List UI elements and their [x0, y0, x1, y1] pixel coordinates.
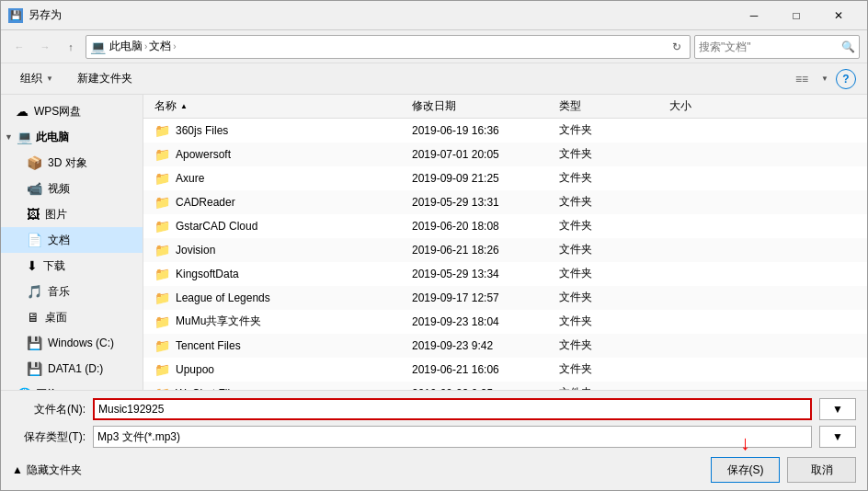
table-row[interactable]: 📁 Jovision 2019-06-21 18:26 文件夹	[143, 238, 867, 262]
new-folder-button[interactable]: 新建文件夹	[69, 67, 141, 91]
view-button[interactable]: ≡≡	[790, 67, 814, 91]
file-type: 文件夹	[555, 146, 666, 162]
search-button[interactable]: 🔍	[841, 40, 855, 53]
documents-icon: 📄	[27, 233, 42, 247]
column-name-header[interactable]: 名称 ▲	[151, 98, 408, 114]
dialog-icon: 💾	[8, 8, 23, 23]
breadcrumb-separator-1: ›	[144, 41, 147, 51]
action-bar: 组织 ▼ 新建文件夹 ≡≡ ▼ ?	[1, 63, 867, 95]
sidebar-item-wps[interactable]: ☁ WPS网盘	[1, 98, 143, 124]
computer-sidebar-icon: 💻	[17, 130, 32, 144]
music-icon: 🎵	[27, 284, 42, 299]
file-name: League of Legends	[176, 291, 270, 304]
forward-button[interactable]: →	[34, 36, 56, 58]
main-content: ☁ WPS网盘 ▼ 💻 此电脑 📦 3D 对象 📹 视频 🖼 图片 📄	[1, 95, 867, 390]
filetype-label: 保存类型(T):	[12, 429, 86, 445]
filetype-row: 保存类型(T): Mp3 文件(*.mp3) ▼	[12, 426, 856, 448]
filetype-dropdown[interactable]: ▼	[819, 426, 856, 448]
sidebar-item-desktop[interactable]: 🖥 桌面	[1, 304, 143, 330]
pictures-icon: 🖼	[27, 207, 40, 222]
folder-icon: 📁	[154, 243, 170, 257]
table-row[interactable]: 📁 GstarCAD Cloud 2019-06-20 18:08 文件夹	[143, 214, 867, 238]
table-row[interactable]: 📁 Upupoo 2019-06-21 16:06 文件夹	[143, 358, 867, 382]
sidebar-item-drive-d[interactable]: 💾 DATA1 (D:)	[1, 356, 143, 382]
table-row[interactable]: 📁 360js Files 2019-06-19 16:36 文件夹	[143, 119, 867, 143]
sidebar-label-wps: WPS网盘	[34, 104, 81, 120]
column-type-header[interactable]: 类型	[555, 98, 666, 114]
table-row[interactable]: 📁 Tencent Files 2019-09-23 9:42 文件夹	[143, 334, 867, 358]
table-row[interactable]: 📁 CADReader 2019-05-29 13:31 文件夹	[143, 190, 867, 214]
hide-files-label: 隐藏文件夹	[27, 462, 82, 478]
view-arrow-icon: ▼	[821, 74, 828, 83]
sidebar-label-drive-c: Windows (C:)	[48, 337, 114, 349]
table-row[interactable]: 📁 Axure 2019-09-09 21:25 文件夹	[143, 166, 867, 190]
buttons-row: ▲ 隐藏文件夹 ↓ 保存(S) 取消	[12, 457, 856, 483]
folder-icon: 📁	[154, 338, 170, 353]
file-date: 2019-06-20 18:08	[408, 220, 555, 233]
filename-dropdown[interactable]: ▼	[819, 398, 856, 420]
minimize-button[interactable]: ─	[733, 1, 775, 30]
filetype-select[interactable]: Mp3 文件(*.mp3)	[93, 426, 812, 448]
action-buttons: ↓ 保存(S) 取消	[711, 457, 856, 483]
help-button[interactable]: ?	[836, 69, 856, 89]
organize-button[interactable]: 组织 ▼	[12, 67, 62, 91]
file-name: 360js Files	[176, 124, 228, 137]
sidebar-label-documents: 文档	[48, 233, 70, 248]
file-type: 文件夹	[555, 218, 666, 234]
breadcrumb-root[interactable]: 此电脑	[109, 39, 143, 54]
folder-icon: 📁	[154, 267, 170, 281]
file-type: 文件夹	[555, 314, 666, 329]
breadcrumb-separator-2: ›	[173, 41, 176, 51]
file-type: 文件夹	[555, 266, 666, 281]
file-type: 文件夹	[555, 242, 666, 257]
file-name: MuMu共享文件夹	[176, 314, 261, 329]
hide-files-button[interactable]: ▲ 隐藏文件夹	[12, 462, 82, 478]
address-toolbar: ← → ↑ 💻 此电脑 › 文档 › ↻ 🔍	[1, 30, 867, 63]
filename-input[interactable]	[93, 398, 812, 420]
back-button[interactable]: ←	[8, 36, 30, 58]
file-type: 文件夹	[555, 122, 666, 138]
column-date-header[interactable]: 修改日期	[408, 98, 555, 114]
desktop-icon: 🖥	[27, 310, 40, 325]
sidebar-item-documents[interactable]: 📄 文档	[1, 227, 143, 253]
close-button[interactable]: ✕	[817, 1, 860, 30]
save-button[interactable]: 保存(S)	[711, 457, 780, 483]
sidebar-section-network[interactable]: ▼ 🌐 网络	[1, 382, 143, 390]
breadcrumb-docs[interactable]: 文档	[149, 39, 171, 54]
bottom-area: 文件名(N): ▼ 保存类型(T): Mp3 文件(*.mp3) ▼ ▲ 隐藏文…	[1, 390, 867, 490]
sidebar-label-music: 音乐	[48, 284, 70, 300]
file-type: 文件夹	[555, 337, 666, 353]
sidebar-item-3d[interactable]: 📦 3D 对象	[1, 150, 143, 176]
sidebar-item-music[interactable]: 🎵 音乐	[1, 279, 143, 304]
file-date: 2019-06-19 16:36	[408, 124, 555, 137]
filename-dropdown-arrow-icon: ▼	[832, 403, 843, 416]
column-size-header[interactable]: 大小	[666, 98, 739, 114]
sidebar-item-drive-c[interactable]: 💾 Windows (C:)	[1, 330, 143, 356]
sidebar-label-video: 视频	[48, 181, 70, 197]
table-row[interactable]: 📁 KingsoftData 2019-05-29 13:34 文件夹	[143, 262, 867, 286]
address-bar[interactable]: 💻 此电脑 › 文档 › ↻	[86, 35, 691, 59]
maximize-button[interactable]: □	[775, 1, 817, 30]
file-date: 2019-07-01 20:05	[408, 148, 555, 161]
table-row[interactable]: 📁 Apowersoft 2019-07-01 20:05 文件夹	[143, 143, 867, 166]
title-bar: 💾 另存为 ─ □ ✕	[1, 1, 867, 30]
cancel-button[interactable]: 取消	[787, 457, 856, 483]
breadcrumb: 此电脑 › 文档 ›	[109, 39, 664, 54]
file-area: 名称 ▲ 修改日期 类型 大小 📁 360js Files 2019-06-19…	[143, 95, 867, 390]
new-folder-label: 新建文件夹	[77, 71, 132, 86]
sidebar-item-downloads[interactable]: ⬇ 下载	[1, 253, 143, 279]
search-input[interactable]	[699, 40, 841, 53]
refresh-button[interactable]: ↻	[668, 38, 686, 56]
sidebar-item-video[interactable]: 📹 视频	[1, 176, 143, 201]
column-type-label: 类型	[559, 99, 581, 112]
sidebar-section-computer[interactable]: ▼ 💻 此电脑	[1, 124, 143, 150]
folder-icon: 📁	[154, 195, 170, 210]
folder-icon: 📁	[154, 362, 170, 377]
up-button[interactable]: ↑	[60, 36, 82, 58]
expand-icon: ▼	[5, 132, 13, 142]
hide-expand-icon: ▲	[12, 463, 23, 476]
table-row[interactable]: 📁 WeChat Files 2019-09-23 9:35 文件夹	[143, 382, 867, 390]
table-row[interactable]: 📁 League of Legends 2019-09-17 12:57 文件夹	[143, 286, 867, 310]
table-row[interactable]: 📁 MuMu共享文件夹 2019-09-23 18:04 文件夹	[143, 310, 867, 334]
sidebar-item-pictures[interactable]: 🖼 图片	[1, 201, 143, 227]
